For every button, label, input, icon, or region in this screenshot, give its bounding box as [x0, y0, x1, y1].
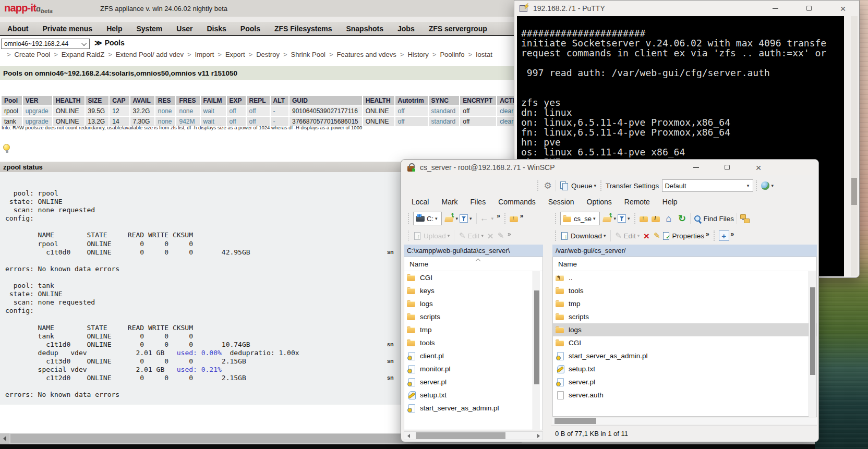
- sn-link[interactable]: sn: [387, 249, 394, 255]
- open-directory-icon[interactable]: [603, 215, 612, 222]
- chevron-down-icon[interactable]: ▾: [456, 216, 459, 221]
- file-row-tools[interactable]: tools: [553, 284, 816, 297]
- winscp-menu-help[interactable]: Help: [662, 198, 678, 206]
- winscp-titlebar[interactable]: cs_server - root@192.168.2.71 - WinSCP ×: [401, 160, 818, 175]
- breadcrumb-link-poolinfo[interactable]: Poolinfo: [440, 51, 464, 58]
- maximize-button[interactable]: [799, 1, 819, 16]
- scroll-left-button[interactable]: [404, 432, 413, 440]
- breadcrumb-link-create-pool[interactable]: Create Pool: [15, 51, 51, 58]
- menu-item-zfs-servergroup[interactable]: ZFS servergroup: [429, 25, 487, 33]
- breadcrumb-link-history[interactable]: History: [407, 51, 428, 58]
- remote-name-column-header[interactable]: Name: [553, 257, 816, 271]
- close-button[interactable]: ×: [748, 160, 769, 175]
- file-row-tmp[interactable]: tmp: [553, 297, 816, 310]
- menu-item-disks[interactable]: Disks: [207, 25, 226, 33]
- queue-icon[interactable]: [559, 180, 569, 191]
- sn-link[interactable]: sn: [387, 341, 394, 347]
- file-row-setup-txt[interactable]: setup.txt: [404, 389, 542, 402]
- minimize-button[interactable]: [765, 1, 786, 16]
- delete-icon[interactable]: ×: [641, 230, 652, 241]
- breadcrumb-link-iostat[interactable]: Iostat: [476, 51, 492, 58]
- chevron-down-icon[interactable]: ▾: [771, 183, 774, 188]
- find-files-button[interactable]: Find Files: [704, 215, 734, 223]
- upload-button[interactable]: Upload: [424, 232, 446, 240]
- parent-directory-icon[interactable]: [640, 215, 648, 222]
- file-row-start-server-as-admin-pl[interactable]: start_server_as_admin.pl: [404, 402, 542, 415]
- gear-icon[interactable]: ⚙: [542, 180, 553, 191]
- host-select[interactable]: omnio46~192.168.2.44: [1, 39, 90, 49]
- transfer-profile-combo[interactable]: Default ▾: [662, 179, 753, 192]
- breadcrumb-link-extend-pool-add-vdev[interactable]: Extend Pool/ add vdev: [116, 51, 184, 58]
- queue-button[interactable]: Queue: [571, 182, 593, 190]
- parent-directory-icon[interactable]: [510, 215, 519, 222]
- maximize-button[interactable]: [717, 160, 738, 175]
- file-row-monitor-pl[interactable]: monitor.pl: [404, 362, 542, 375]
- file-row-client-pl[interactable]: client.pl: [404, 349, 542, 362]
- local-horizontal-scrollbar[interactable]: [404, 431, 543, 440]
- scrollbar-thumb[interactable]: [416, 432, 505, 439]
- winscp-menu-session[interactable]: Session: [548, 198, 574, 206]
- chevron-down-icon[interactable]: ▾: [614, 216, 617, 221]
- edit-button[interactable]: Edit: [624, 232, 636, 240]
- remote-path-bar[interactable]: /var/web-gui/cs_server/: [552, 245, 817, 257]
- file-row-server-auth[interactable]: server.auth: [553, 389, 816, 402]
- file-row-server-pl[interactable]: server.pl: [553, 375, 816, 389]
- open-directory-icon[interactable]: [445, 215, 454, 222]
- file-row-cgi[interactable]: CGI: [404, 271, 542, 284]
- file-row-keys[interactable]: keys: [404, 284, 542, 297]
- sn-link[interactable]: sn: [387, 358, 394, 364]
- filter-icon[interactable]: [618, 214, 626, 223]
- remote-vertical-scrollbar[interactable]: [809, 271, 816, 417]
- chevron-down-icon[interactable]: ▾: [594, 183, 597, 188]
- minimize-button[interactable]: [685, 160, 706, 175]
- file-row-cgi[interactable]: CGI: [553, 336, 816, 349]
- file-row-scripts[interactable]: scripts: [404, 310, 542, 323]
- overflow-chevron-icon[interactable]: »: [731, 230, 734, 238]
- overflow-chevron-icon[interactable]: »: [520, 212, 524, 220]
- scrollbar-thumb[interactable]: [554, 418, 596, 424]
- winscp-menu-files[interactable]: Files: [471, 198, 486, 206]
- properties-button[interactable]: Properties: [672, 232, 704, 240]
- nappit-logo[interactable]: napp-itɑbeta: [4, 2, 53, 14]
- close-button[interactable]: ×: [833, 1, 853, 16]
- winscp-menu-mark[interactable]: Mark: [441, 198, 457, 206]
- breadcrumb-link-destroy[interactable]: Destroy: [256, 51, 280, 58]
- overflow-chevron-icon[interactable]: »: [508, 230, 511, 238]
- synchronize-browsing-icon[interactable]: [740, 214, 749, 223]
- file-row-start-server-as-admin-pl[interactable]: start_server_as_admin.pl: [553, 349, 816, 362]
- file-row-server-pl[interactable]: server.pl: [404, 375, 542, 389]
- file-row-tmp[interactable]: tmp: [404, 323, 542, 336]
- breadcrumb-link-expand-raidz[interactable]: Expand RaidZ: [62, 51, 104, 58]
- home-directory-icon[interactable]: ⌂: [664, 213, 674, 224]
- filter-icon[interactable]: [460, 214, 468, 223]
- breadcrumb-link-shrink-pool[interactable]: Shrink Pool: [291, 51, 326, 58]
- menu-item-snapshots[interactable]: Snapshots: [346, 25, 383, 33]
- breadcrumb-link-import[interactable]: Import: [195, 51, 214, 58]
- scroll-right-button[interactable]: [534, 432, 542, 440]
- local-path-bar[interactable]: C:\xampp\web-gui\data\cs_server\: [404, 245, 543, 257]
- back-arrow-icon[interactable]: ←: [479, 213, 490, 224]
- find-files-icon[interactable]: [693, 214, 702, 223]
- refresh-icon[interactable]: ↻: [677, 213, 688, 224]
- local-vertical-scrollbar[interactable]: [533, 271, 540, 430]
- file-row-setup-txt[interactable]: setup.txt: [553, 362, 816, 375]
- menu-item-zfs-filesystems[interactable]: ZFS Filesystems: [274, 25, 332, 33]
- scrollbar-thumb[interactable]: [534, 290, 539, 384]
- local-drive-combo[interactable]: C: ▾: [413, 212, 442, 225]
- file-row-logs[interactable]: logs: [404, 297, 542, 310]
- breadcrumb-link-features-and-vdevs[interactable]: Features and vdevs: [337, 51, 396, 58]
- scrollbar-thumb[interactable]: [810, 287, 815, 375]
- menu-item-about[interactable]: About: [7, 25, 28, 33]
- winscp-menu-local[interactable]: Local: [412, 198, 429, 206]
- scroll-left-button[interactable]: [0, 433, 9, 444]
- local-name-column-header[interactable]: Name: [404, 257, 542, 271]
- winscp-menu-remote[interactable]: Remote: [624, 198, 650, 206]
- delete-icon[interactable]: ×: [485, 230, 496, 241]
- edit-alt-icon[interactable]: ✎: [496, 230, 506, 241]
- menu-item-help[interactable]: Help: [106, 25, 122, 33]
- file-row-logs[interactable]: logs: [553, 323, 816, 336]
- file-row-scripts[interactable]: scripts: [553, 310, 816, 323]
- overflow-chevron-icon[interactable]: »: [706, 230, 709, 238]
- root-directory-icon[interactable]: [652, 215, 660, 222]
- winscp-menu-commands[interactable]: Commands: [498, 198, 536, 206]
